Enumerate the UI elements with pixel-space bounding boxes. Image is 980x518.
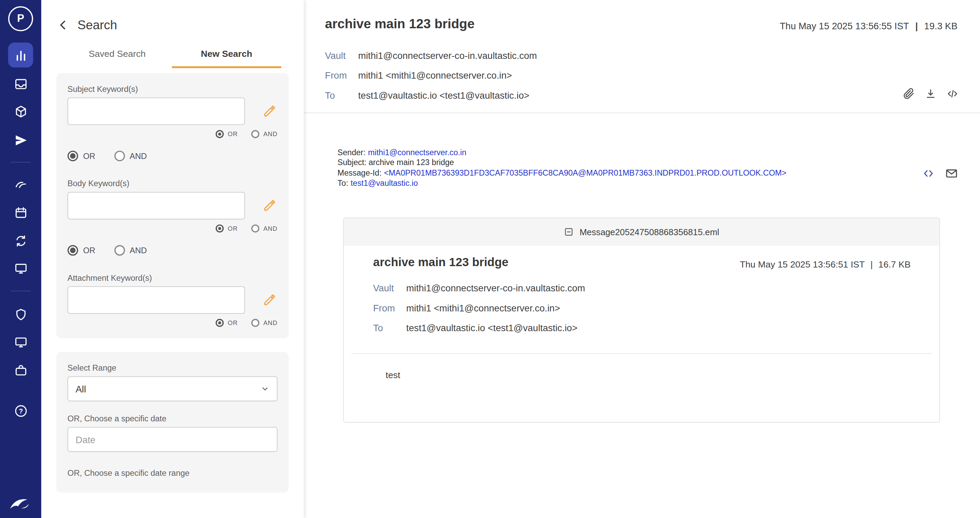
view-toggle-button[interactable] [921,167,935,180]
attachment-and-radio[interactable] [251,319,259,327]
message-timestamp: Thu May 15 2025 13:56:55 IST [780,21,909,31]
to-field: To test1@vaultastic.io <test1@vaultastic… [325,85,958,105]
attachment-button[interactable] [902,88,915,101]
sidebar-item-shield[interactable] [8,302,33,327]
subject-keywords-label: Subject Keyword(s) [67,84,277,94]
shield-icon [13,307,27,322]
from-field: From mithi1 <mithi1@connectserver.co.in> [325,65,958,85]
briefcase-icon [13,363,27,377]
group-operator-1: OR AND [67,151,277,161]
attachment-operator-group: OR AND [67,319,277,327]
attached-message-fields: Vault mithi1@connectserver-co-in.vaultas… [373,278,911,338]
mithi-logo [9,497,33,510]
sidebar-item-sync[interactable] [8,228,33,253]
sidebar-item-inbox[interactable] [8,71,33,96]
to-header-line: To:test1@vaultastic.io [337,179,980,188]
group2-and-radio[interactable] [114,245,124,256]
email-raw-headers: Sender:mithi1@connectserver.co.in Subjec… [337,147,980,188]
help-icon: ? [13,404,27,418]
edit-body-keywords-button[interactable] [261,198,278,214]
attached-message-meta: Thu May 15 2025 13:56:51 IST | 16.7 KB [740,259,911,269]
select-range-label: Select Range [67,363,277,373]
inbox-icon [13,77,27,91]
package-icon [13,104,27,118]
avatar-letter: P [17,13,24,25]
from-field: From mithi1 <mithi1@connectserver.co.in> [373,298,911,318]
app-root: P [0,0,980,518]
sidebar-item-briefcase[interactable] [8,358,33,383]
message-header: archive main 123 bridge Thu May 15 2025 … [304,0,980,113]
email-view-button[interactable] [944,167,958,180]
attachment-or-radio[interactable] [216,319,224,327]
panel-title: Search [78,18,117,32]
back-button[interactable] [55,17,72,33]
message-meta: Thu May 15 2025 13:56:55 IST | 19.3 KB [780,21,958,31]
sidebar-item-calendar[interactable] [8,200,33,225]
search-panel: Search Saved Search New Search Subject K… [41,0,304,518]
date-range-label: OR, Choose a specific date range [67,468,277,478]
vault-field: Vault mithi1@connectserver-co-in.vaultas… [373,278,911,298]
body-keywords-input[interactable] [67,192,245,220]
code-icon [946,88,959,100]
edit-attachment-keywords-button[interactable] [261,292,278,308]
attachment-keywords-input[interactable] [67,286,245,314]
sidebar-divider [11,291,30,291]
profile-avatar[interactable]: P [8,6,33,31]
attachment-divider [351,353,932,354]
sender-link[interactable]: mithi1@connectserver.co.in [368,147,466,157]
chevron-left-icon [56,18,70,32]
body-or-radio[interactable] [216,224,224,233]
attached-message-inner: archive main 123 bridge Thu May 15 2025 … [344,245,939,338]
subject-keywords-input[interactable] [67,98,245,125]
to-field: To test1@vaultastic.io <test1@vaultastic… [373,318,911,338]
subject-header-line: Subject: archive main 123 bridge [337,158,980,168]
select-range-dropdown[interactable]: All [67,376,277,401]
select-range-value: All [76,384,86,394]
view-toggle-icon [921,167,935,180]
download-icon [924,88,937,100]
group-operator-2: OR AND [67,245,277,256]
message-size: 19.3 KB [924,21,958,31]
sidebar-item-send[interactable] [8,128,33,153]
subject-and-radio[interactable] [251,130,259,138]
body-operator-group: OR AND [67,224,277,233]
sidebar-item-help[interactable]: ? [8,398,33,423]
download-button[interactable] [924,88,937,101]
sidebar-item-dashboard[interactable] [8,43,33,67]
tab-new-search[interactable]: New Search [172,43,281,68]
to-link[interactable]: test1@vaultastic.io [351,179,418,188]
pencil-icon [262,199,276,212]
pencil-icon [262,105,276,118]
sender-header-line: Sender:mithi1@connectserver.co.in [337,147,980,158]
message-id-header-line: Message-Id:<MA0PR01MB736393D1FD3CAF7035B… [337,168,980,179]
sidebar-item-monitor[interactable] [8,256,33,281]
attachment-filename: Message205247508868356815.eml [579,227,719,236]
body-and-radio[interactable] [251,224,259,233]
desktop-icon [13,335,27,349]
sidebar-item-desktop[interactable] [8,330,33,354]
group2-or-radio[interactable] [67,245,78,256]
attachment-keywords-label: Attachment Keyword(s) [67,273,277,283]
send-icon [13,133,27,147]
subject-or-radio[interactable] [216,130,224,138]
tab-saved-search[interactable]: Saved Search [63,43,172,68]
sidebar-item-swoosh[interactable] [8,172,33,197]
date-range-card: Select Range All OR, Choose a specific d… [56,352,288,492]
collapse-icon[interactable] [564,227,574,236]
group1-or-radio[interactable] [67,151,78,161]
view-source-button[interactable] [946,88,959,101]
sidebar-divider [11,162,30,163]
keyword-filters-card: Subject Keyword(s) OR AND OR [56,73,288,338]
sync-icon [13,233,27,248]
pencil-icon [262,293,276,307]
date-input[interactable] [67,427,277,452]
group1-and-radio[interactable] [114,151,124,161]
attachment-strip[interactable]: Message205247508868356815.eml [344,218,939,245]
monitor-icon [13,261,27,275]
edit-subject-keywords-button[interactable] [261,103,278,120]
message-id-link[interactable]: <MA0PR01MB736393D1FD3CAF7035BFF6C8CA90A@… [384,168,787,178]
message-body: Sender:mithi1@connectserver.co.in Subjec… [304,147,980,422]
sidebar-item-package[interactable] [8,99,33,124]
sidebar: P [0,0,41,518]
attached-timestamp: Thu May 15 2025 13:56:51 IST [740,259,865,269]
